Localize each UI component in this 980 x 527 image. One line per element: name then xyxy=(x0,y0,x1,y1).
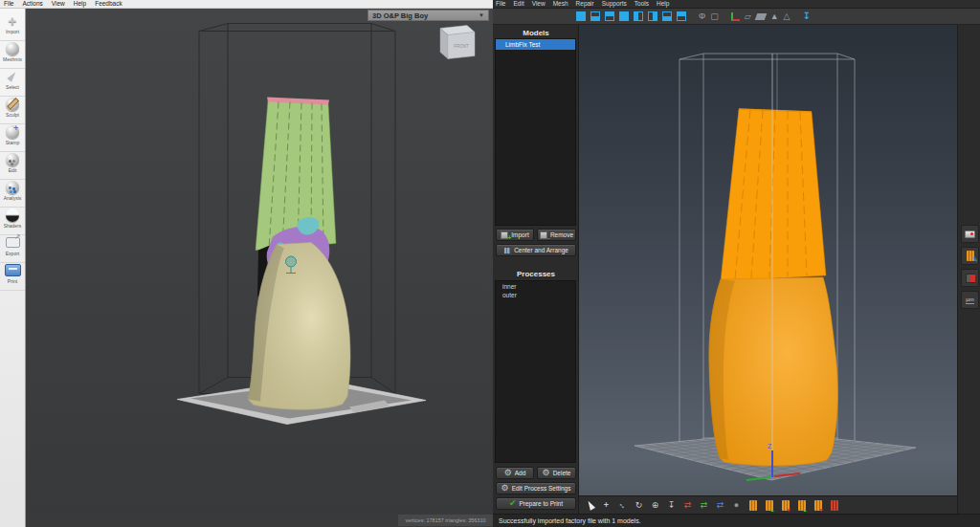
tool-stamp[interactable]: + Stamp xyxy=(0,123,25,152)
screen: File Actions View Help Feedback + Import… xyxy=(0,0,980,527)
cross-section-button[interactable] xyxy=(961,269,979,287)
analysis-dots-icon xyxy=(9,187,11,189)
printer-selector-dropdown[interactable]: 3D O&P Big Boy ▼ xyxy=(368,10,489,21)
machine-icon xyxy=(965,231,975,238)
add-process-button[interactable]: ⚙ Add xyxy=(496,467,534,479)
tool-import[interactable]: + Import xyxy=(0,12,25,41)
orange-model[interactable] xyxy=(709,109,837,466)
model-list-item-selected[interactable]: LimbFix Test xyxy=(496,39,575,50)
mirror-x-icon[interactable]: ⇄ xyxy=(681,499,694,512)
processes-list[interactable]: inner outer xyxy=(495,280,576,463)
select-cursor-icon xyxy=(7,70,18,81)
menu-file[interactable]: File xyxy=(4,0,13,8)
support-bars xyxy=(749,500,757,511)
view-top-icon[interactable] xyxy=(605,11,614,21)
import-button[interactable]: + Import xyxy=(496,229,534,241)
view-right-icon[interactable] xyxy=(648,11,657,21)
axes-toggle-icon[interactable] xyxy=(731,12,740,21)
micrometer-icon: µm xyxy=(966,296,973,304)
add-support-icon[interactable]: ▴ xyxy=(763,499,775,512)
green-arrow: ▴ xyxy=(770,508,773,513)
right-scene: Z xyxy=(579,25,957,495)
view-cube[interactable]: FRONT xyxy=(440,26,475,59)
wireframe-toggle-icon[interactable]: ▢ xyxy=(710,11,719,21)
view-bottom-icon[interactable] xyxy=(662,11,672,21)
process-item-outer[interactable]: outer xyxy=(496,292,575,300)
menu-view[interactable]: View xyxy=(532,0,546,8)
view-iso-icon[interactable] xyxy=(576,11,586,21)
tool-sculpt[interactable]: Sculpt xyxy=(0,96,25,124)
menu-help[interactable]: Help xyxy=(74,0,86,8)
remove-support-column-icon[interactable]: ▾ xyxy=(812,499,824,512)
tool-edit[interactable]: Edit xyxy=(0,151,25,180)
process-item-inner[interactable]: inner xyxy=(496,283,575,292)
remove-support-icon[interactable]: ▾ xyxy=(779,499,791,512)
mesh-editor-window: File Actions View Help Feedback + Import… xyxy=(0,0,493,527)
add-support-column-icon[interactable]: ▴ xyxy=(795,499,808,512)
view-front-icon[interactable] xyxy=(590,11,600,21)
tool-analysis[interactable]: Analysis xyxy=(0,179,25,208)
section-face xyxy=(970,274,975,282)
menu-file[interactable]: File xyxy=(496,0,505,8)
center-and-arrange-button[interactable]: Center and Arrange xyxy=(496,244,576,256)
tool-meshmix[interactable]: Meshmix xyxy=(0,40,25,69)
orbit-icon[interactable]: ⊕ xyxy=(649,499,661,512)
prepare-to-print-button[interactable]: ✔ Prepare to Print xyxy=(496,497,576,510)
edit-process-label: Edit Process Settings xyxy=(512,485,571,492)
prepare-label: Prepare to Print xyxy=(520,500,564,507)
generate-supports-icon[interactable] xyxy=(746,499,759,512)
machine-control-button[interactable] xyxy=(961,225,979,243)
view-corner-icon[interactable] xyxy=(677,11,686,21)
sphere-tool-icon[interactable]: ● xyxy=(730,499,743,512)
red-arrow: ▾ xyxy=(819,508,822,513)
remove-button[interactable]: – Remove xyxy=(537,229,576,241)
import-plus-icon: + xyxy=(9,14,17,28)
right-statusbar: Successfully imported factory file with … xyxy=(493,514,980,527)
menu-repair[interactable]: Repair xyxy=(576,0,594,8)
menu-feedback[interactable]: Feedback xyxy=(95,0,122,8)
tool-export[interactable]: ↗ Export xyxy=(0,234,25,263)
left-scene: FRONT xyxy=(26,9,493,514)
view-left-icon[interactable] xyxy=(634,11,643,21)
bed-toggle-icon[interactable]: ▱ xyxy=(745,11,751,21)
tool-select[interactable]: Select xyxy=(0,68,25,97)
right-3d-viewport[interactable]: Z xyxy=(579,25,957,495)
select-cursor-icon[interactable] xyxy=(584,499,596,512)
view-back-icon[interactable] xyxy=(619,11,629,21)
z-axis-label: Z xyxy=(768,443,772,450)
left-tool-palette: + Import Meshmix Select Sculpt + Stamp xyxy=(0,9,26,527)
menu-help[interactable]: Help xyxy=(657,0,669,8)
models-list[interactable]: LimbFix Test xyxy=(495,38,576,226)
support-bars: ▾ xyxy=(814,500,822,511)
solid-view-icon[interactable] xyxy=(754,13,767,20)
pencil-icon: ✎ xyxy=(971,256,978,264)
mesh-stats: vertices: 178157 triangles: 356310 xyxy=(398,515,493,526)
menu-supports[interactable]: Supports xyxy=(602,0,627,8)
edit-tools-icon xyxy=(9,160,11,163)
delete-process-button[interactable]: ⚙ Delete xyxy=(537,467,576,479)
menu-actions[interactable]: Actions xyxy=(22,0,42,8)
cone-solid-icon[interactable]: ▲ xyxy=(770,11,779,21)
cursor-shape xyxy=(585,499,594,511)
menu-mesh[interactable]: Mesh xyxy=(553,0,568,8)
delete-gear-icon: ⚙ xyxy=(543,469,550,477)
edit-supports-button[interactable]: ✎ xyxy=(961,247,979,265)
mirror-z-icon[interactable]: ⇄ xyxy=(714,499,726,512)
menu-view[interactable]: View xyxy=(52,0,65,8)
perspective-toggle-icon[interactable]: Φ xyxy=(699,11,705,21)
tool-print[interactable]: Print xyxy=(0,262,25,291)
import-model-icon[interactable]: ↧ xyxy=(802,11,810,21)
mirror-y-icon[interactable]: ⇄ xyxy=(698,499,710,512)
cone-outline-icon[interactable]: △ xyxy=(784,11,791,21)
move-icon[interactable]: + xyxy=(600,499,612,512)
edit-process-settings-button[interactable]: ⚙ Edit Process Settings xyxy=(496,482,576,494)
clear-supports-icon[interactable] xyxy=(828,499,840,512)
tool-shaders[interactable]: Shaders xyxy=(0,207,25,235)
left-3d-viewport[interactable]: FRONT 3D O&P Big Boy ▼ xyxy=(26,9,493,514)
menu-tools[interactable]: Tools xyxy=(635,0,649,8)
rotate-icon[interactable]: ↻ xyxy=(633,499,645,512)
measurement-button[interactable]: µm xyxy=(961,291,979,309)
scale-icon[interactable]: ↔ xyxy=(616,499,629,512)
drop-to-bed-icon[interactable]: ↧ xyxy=(665,499,678,512)
menu-edit[interactable]: Edit xyxy=(513,0,523,8)
